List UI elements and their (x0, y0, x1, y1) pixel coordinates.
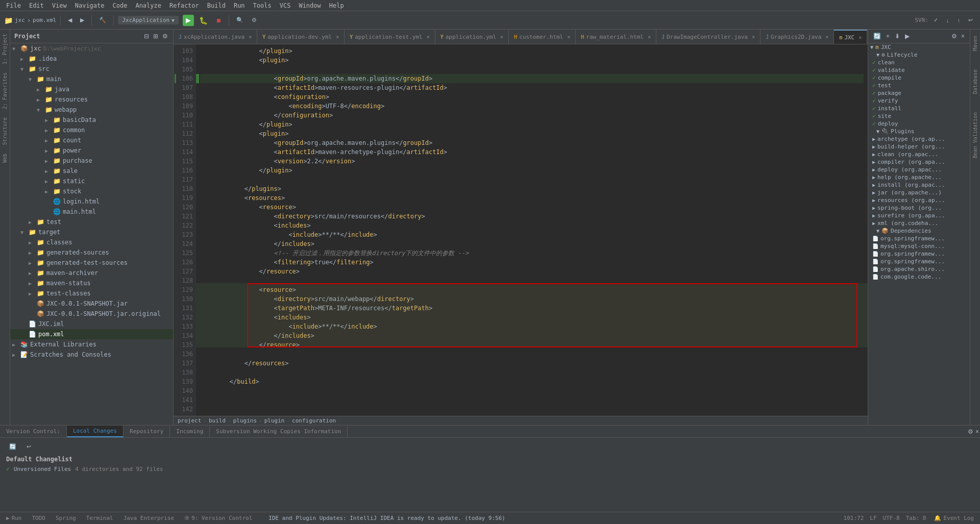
bottom-tab-svn-info[interactable]: Subversion Working Copies Information (210, 426, 348, 437)
code-line-115[interactable]: <version>2.2</version> (200, 157, 864, 166)
menu-navigate[interactable]: Navigate (71, 1, 109, 10)
tree-item-src[interactable]: ▼ 📁 src (10, 64, 173, 74)
tree-item-target[interactable]: ▼ 📁 target (10, 227, 173, 237)
maven-settings-btn[interactable]: ⚙ (950, 32, 958, 41)
code-line-118[interactable]: </plugins> (200, 184, 864, 193)
todo-status-btn[interactable]: TODO (30, 514, 48, 522)
tab-close-app-yml[interactable]: × (500, 34, 503, 40)
menu-analyze[interactable]: Analyze (131, 1, 165, 10)
tree-item-gen-sources[interactable]: ▶ 📁 generated-sources (10, 247, 173, 258)
tab-app-yml[interactable]: Y application.yml × (435, 30, 509, 44)
code-line-143[interactable] (200, 414, 864, 416)
debug-btn[interactable]: 🐛 (196, 15, 211, 26)
code-line-140[interactable] (200, 386, 864, 395)
tree-item-maven-status[interactable]: ▶ 📁 maven-status (10, 278, 173, 288)
sidebar-collapse-btn[interactable]: ⊟ (143, 32, 150, 41)
sidebar-settings-btn[interactable]: ⚙ (161, 32, 169, 41)
tab-raw-material-html[interactable]: H raw_material.html × (576, 30, 656, 44)
lvtab-web[interactable]: Web (1, 149, 9, 167)
maven-dep-spring3[interactable]: 📄org.springframew... (868, 258, 970, 265)
tree-item-count[interactable]: ▶ 📁 count (10, 135, 173, 145)
bottom-refresh-btn[interactable]: 🔄 (6, 442, 19, 452)
maven-plugin-spring-boot[interactable]: ▶spring-boot (org... (868, 204, 970, 212)
tree-item-maven-archiver[interactable]: ▶ 📁 maven-archiver (10, 268, 173, 278)
vtab-database[interactable]: Database (971, 65, 979, 98)
maven-close-btn[interactable]: × (960, 32, 966, 41)
maven-refresh-btn[interactable]: 🔄 (872, 32, 882, 41)
code-line-120[interactable]: <resource> (200, 203, 864, 212)
tree-item-login-html[interactable]: ▶ 🌐 login.html (10, 196, 173, 207)
tree-item-main-html[interactable]: ▶ 🌐 main.html (10, 207, 173, 217)
maven-plugin-clean[interactable]: ▶clean (org.apac... (868, 151, 970, 158)
tab-app-test-yml[interactable]: Y application-test.yml × (345, 30, 435, 44)
code-line-128[interactable] (200, 276, 864, 285)
tab-close-app-dev-yml[interactable]: × (336, 34, 339, 40)
changelist-item-unversioned[interactable]: ✓ Unversioned Files 4 directories and 92… (6, 465, 974, 473)
forward-btn[interactable]: ▶ (77, 15, 87, 25)
maven-verify[interactable]: ✓verify (868, 97, 970, 105)
maven-dep-shiro[interactable]: 📄org.apache.shiro... (868, 265, 970, 273)
maven-dep-mysql[interactable]: 📄mysql:mysql-conn... (868, 242, 970, 250)
maven-dep-spring2[interactable]: 📄org.springframew... (868, 250, 970, 258)
tree-item-classes[interactable]: ▶ 📁 classes (10, 237, 173, 247)
maven-plugin-help[interactable]: ▶help (org.apache... (868, 173, 970, 181)
code-line-104[interactable]: <plugin> (200, 56, 864, 65)
menu-tools[interactable]: Tools (249, 1, 276, 10)
tree-item-stock[interactable]: ▶ 📁 stock (10, 186, 173, 196)
maven-dep-google[interactable]: 📄com.google.code... (868, 273, 970, 281)
menu-run[interactable]: Run (230, 1, 249, 10)
code-line-124[interactable]: </includes> (200, 239, 864, 248)
code-line-133[interactable]: <include>**/**</include> (200, 322, 864, 331)
code-line-116[interactable]: </plugin> (200, 166, 864, 175)
maven-plugins-section[interactable]: ▼ 🔌 Plugins (868, 128, 970, 135)
tab-xcapplication[interactable]: J xcApplication.java × (174, 30, 257, 44)
code-line-108[interactable]: <configuration> (200, 92, 864, 102)
code-line-111[interactable]: </plugin> (200, 120, 864, 129)
code-line-141[interactable] (200, 395, 864, 405)
maven-plugin-resources[interactable]: ▶resources (org.ap... (868, 196, 970, 204)
maven-plugin-archetype[interactable]: ▶archetype (org.ap... (868, 135, 970, 143)
code-line-132[interactable]: <includes> (200, 313, 864, 322)
tab-close-drawimage-controller[interactable]: × (752, 34, 755, 40)
maven-add-btn[interactable]: + (885, 32, 891, 41)
stop-btn[interactable]: ⏹ (213, 16, 225, 25)
tree-item-external-libs[interactable]: ▶ 📚 External Libraries (10, 339, 173, 350)
code-line-129[interactable]: <resource> (200, 285, 864, 294)
code-line-134[interactable]: </includes> (200, 331, 864, 340)
code-line-103[interactable]: </plugin> (200, 46, 864, 56)
tab-graphics2d[interactable]: J Graphics2D.java × (761, 30, 834, 44)
code-line-106[interactable]: <groupId>org.apache.maven.plugins</group… (200, 74, 864, 83)
menu-view[interactable]: View (48, 1, 71, 10)
menu-help[interactable]: Help (325, 1, 348, 10)
tree-item-jxc-iml[interactable]: ▶ 📄 JXC.iml (10, 319, 173, 329)
svn-update-btn[interactable]: ↓ (943, 16, 952, 25)
code-line-123[interactable]: <include>**/**</include> (200, 230, 864, 239)
tree-item-gen-test-sources[interactable]: ▶ 📁 generated-test-sources (10, 258, 173, 268)
maven-plugin-build-helper[interactable]: ▶build-helper (org... (868, 143, 970, 151)
lvtab-structure[interactable]: Structure (1, 113, 9, 149)
code-line-137[interactable]: </resources> (200, 359, 864, 368)
tree-item-test[interactable]: ▶ 📁 test (10, 217, 173, 227)
tab-customer-html[interactable]: H customer.html × (509, 30, 576, 44)
code-line-105[interactable] (200, 65, 864, 74)
code-line-110[interactable]: </configuration> (200, 111, 864, 120)
bottom-rollback-btn[interactable]: ↩ (23, 442, 34, 452)
bottom-close-btn[interactable]: × (974, 427, 980, 436)
build-btn[interactable]: 🔨 (96, 15, 109, 25)
tab-close-graphics2d[interactable]: × (825, 34, 828, 40)
code-line-126[interactable]: <filtering>true</filtering> (200, 258, 864, 267)
code-line-138[interactable] (200, 368, 864, 377)
tab-close-raw-material-html[interactable]: × (648, 34, 651, 40)
code-line-130[interactable]: <directory>src/main/webapp</directory> (200, 294, 864, 304)
maven-plugin-install[interactable]: ▶install (org.apac... (868, 181, 970, 189)
maven-package[interactable]: ✓package (868, 89, 970, 97)
code-line-136[interactable] (200, 350, 864, 359)
maven-lifecycle-section[interactable]: ▼ ⚙ Lifecycle (868, 51, 970, 59)
version-control-status-btn[interactable]: ⑨ 9: Version Control (182, 514, 254, 522)
tree-item-main[interactable]: ▼ 📁 main (10, 74, 173, 84)
code-line-112[interactable]: <plugin> (200, 129, 864, 138)
tree-item-jar[interactable]: ▶ 📦 JXC-0.0.1-SNAPSHOT.jar (10, 298, 173, 309)
run-status-btn[interactable]: ▶ Run (4, 514, 24, 522)
breadcrumb-plugin[interactable]: plugin (264, 417, 285, 424)
maven-plugin-xml[interactable]: ▶xml (org.codeha... (868, 219, 970, 227)
